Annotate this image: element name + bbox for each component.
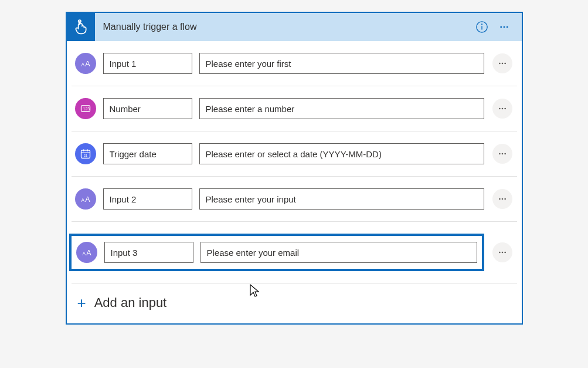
svg-point-15	[501, 108, 503, 110]
more-horizontal-icon	[498, 194, 507, 204]
svg-point-3	[481, 24, 482, 25]
card-title: Manually trigger a flow	[95, 22, 474, 32]
svg-text:A: A	[82, 251, 86, 256]
date-type-icon: 21	[75, 143, 96, 164]
input-name-field[interactable]	[103, 53, 192, 74]
input-row-inner: AA	[75, 188, 484, 210]
input-row: AA	[72, 222, 517, 283]
text-type-icon: AA	[75, 53, 96, 74]
info-icon	[475, 21, 488, 33]
number-type-icon: 123	[75, 98, 96, 119]
info-button[interactable]	[474, 19, 490, 35]
svg-text:A: A	[81, 197, 84, 203]
input-description-field[interactable]	[199, 98, 484, 119]
input-row-inner: AA	[69, 234, 484, 271]
input-row-inner: 123	[75, 98, 484, 119]
input-description-field[interactable]	[199, 188, 484, 210]
svg-point-32	[499, 252, 501, 254]
input-row: AA	[72, 41, 517, 86]
input-name-field[interactable]	[103, 188, 192, 210]
svg-point-22	[499, 153, 501, 155]
svg-point-24	[504, 153, 506, 155]
row-more-button[interactable]	[492, 242, 512, 262]
svg-point-6	[506, 26, 508, 28]
text-type-icon: AA	[75, 188, 96, 210]
input-row: 123	[72, 86, 517, 131]
svg-text:123: 123	[83, 107, 89, 111]
svg-point-33	[501, 252, 503, 254]
text-type-icon: AA	[76, 242, 97, 263]
more-horizontal-icon	[498, 149, 507, 158]
more-horizontal-icon	[499, 22, 509, 32]
input-name-field[interactable]	[104, 242, 193, 263]
add-input-label: Add an input	[94, 295, 167, 310]
svg-text:A: A	[81, 62, 84, 67]
manual-trigger-icon	[67, 13, 95, 41]
input-row: AA	[72, 177, 517, 222]
input-name-field[interactable]	[103, 98, 192, 119]
svg-text:21: 21	[83, 154, 87, 157]
more-horizontal-icon	[498, 248, 507, 257]
svg-point-16	[504, 108, 506, 110]
svg-point-5	[503, 26, 505, 28]
svg-point-4	[500, 26, 502, 28]
input-row: 21	[72, 131, 517, 177]
svg-point-27	[499, 198, 501, 200]
svg-point-11	[504, 63, 506, 65]
svg-text:A: A	[85, 195, 90, 204]
row-more-button[interactable]	[492, 144, 512, 164]
svg-point-23	[501, 153, 503, 155]
more-horizontal-icon	[498, 104, 507, 113]
trigger-card: Manually trigger a flow AA12321AAAA + Ad…	[66, 12, 523, 325]
svg-point-28	[501, 198, 503, 200]
input-description-field[interactable]	[199, 53, 484, 74]
card-header: Manually trigger a flow	[67, 13, 522, 41]
svg-point-10	[501, 63, 503, 65]
svg-point-34	[504, 252, 506, 254]
svg-text:A: A	[86, 249, 91, 257]
input-name-field[interactable]	[103, 143, 192, 164]
input-row-inner: 21	[75, 143, 484, 164]
row-more-button[interactable]	[492, 189, 512, 209]
svg-point-9	[499, 63, 501, 65]
svg-point-29	[504, 198, 506, 200]
input-rows: AA12321AAAA	[67, 41, 522, 283]
svg-text:A: A	[85, 60, 90, 68]
header-more-button[interactable]	[495, 18, 514, 36]
row-more-button[interactable]	[492, 99, 512, 119]
add-input-button[interactable]: + Add an input	[67, 283, 522, 323]
input-description-field[interactable]	[199, 143, 484, 164]
svg-point-14	[499, 108, 501, 110]
row-more-button[interactable]	[492, 53, 512, 73]
input-description-field[interactable]	[200, 242, 477, 263]
input-row-inner: AA	[75, 53, 484, 74]
more-horizontal-icon	[498, 59, 507, 68]
plus-icon: +	[77, 295, 86, 310]
